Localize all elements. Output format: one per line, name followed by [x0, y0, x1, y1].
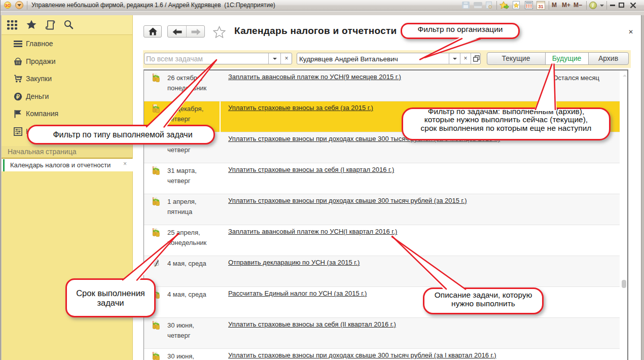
svg-text:₽: ₽	[16, 93, 20, 99]
svg-text:31: 31	[538, 4, 543, 9]
